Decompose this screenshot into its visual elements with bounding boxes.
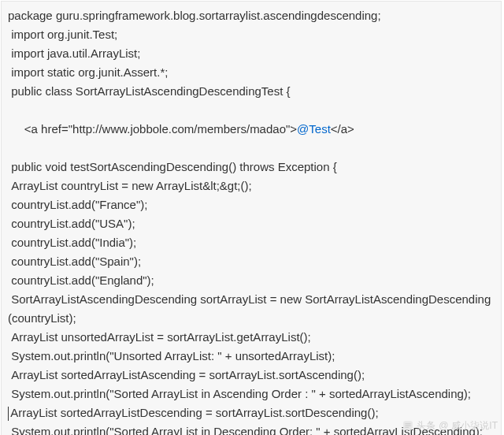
code-text: <a href="http://www.jobbole.com/members/… — [21, 122, 297, 136]
svg-rect-1 — [406, 423, 411, 424]
code-line: public void testSortAscendingDescending(… — [8, 158, 495, 177]
code-line: System.out.println("Unsorted ArrayList: … — [8, 347, 495, 366]
watermark-at: @ — [439, 418, 448, 433]
svg-rect-3 — [406, 427, 410, 428]
code-line: countryList.add("Spain"); — [8, 252, 495, 271]
code-line: import static org.junit.Assert.*; — [8, 63, 495, 82]
toutiao-icon — [402, 420, 413, 431]
watermark-author: 威小柒说IT — [451, 418, 498, 433]
code-line: import org.junit.Test; — [8, 25, 495, 44]
watermark: 头条 @威小柒说IT — [402, 418, 498, 433]
watermark-prefix: 头条 — [417, 418, 435, 433]
code-line: ArrayList sortedArrayListAscending = sor… — [8, 366, 495, 385]
code-line: SortArrayListAscendingDescending sortArr… — [8, 290, 495, 328]
code-text: </a> — [331, 122, 354, 136]
code-line: countryList.add("USA"); — [8, 214, 495, 233]
code-line: countryList.add("France"); — [8, 195, 495, 214]
code-line: <a href="http://www.jobbole.com/members/… — [8, 101, 495, 158]
svg-rect-2 — [406, 426, 411, 426]
code-line: ArrayList unsortedArrayList = sortArrayL… — [8, 328, 495, 347]
code-line: countryList.add("India"); — [8, 233, 495, 252]
code-line: public class SortArrayListAscendingDesce… — [8, 82, 495, 101]
code-line: ArrayList countryList = new ArrayList&lt… — [8, 177, 495, 195]
code-line: System.out.println("Sorted ArrayList in … — [8, 385, 495, 403]
code-line: countryList.add("England"); — [8, 271, 495, 290]
code-block: package guru.springframework.blog.sortar… — [1, 1, 502, 435]
code-line: package guru.springframework.blog.sortar… — [8, 6, 495, 25]
test-annotation-link[interactable]: @Test — [297, 122, 331, 136]
code-line: import java.util.ArrayList; — [8, 44, 495, 63]
